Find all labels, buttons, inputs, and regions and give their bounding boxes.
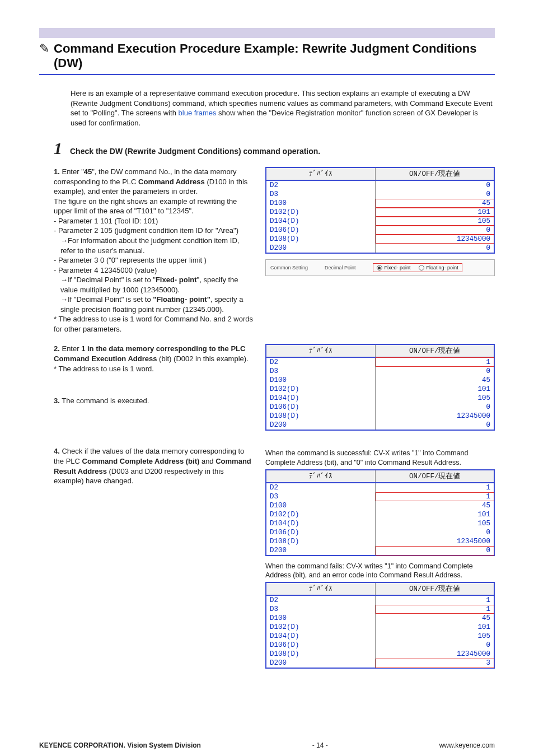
- cell: D104(D): [266, 632, 376, 641]
- s1-p4: - Parameter 4 12345000 (value): [54, 265, 255, 276]
- table-row: D31: [266, 605, 494, 614]
- caption-fail: When the command fails: CV-X writes "1" …: [265, 562, 495, 580]
- cell: D108(D): [266, 537, 376, 546]
- cell: 101: [376, 385, 494, 394]
- substep-4: 4. Check if the values of the data memor…: [54, 446, 495, 674]
- cell: D2: [266, 595, 376, 605]
- table-row: D104(D)105: [266, 632, 494, 641]
- substep-2-3-text: 2. Enter 1 in the data memory correspond…: [54, 344, 255, 436]
- s1-p4b: →If "Decimal Point" is set to "Floating-…: [54, 295, 255, 314]
- cell: D102(D): [266, 510, 376, 519]
- substep-1-text: 1. Enter "45", the DW command No., in th…: [54, 167, 255, 334]
- cell: 1: [376, 605, 494, 614]
- footer-right: www.keyence.com: [439, 741, 495, 749]
- s4-lead: 4.: [54, 447, 60, 455]
- s2-pre: Enter: [60, 344, 81, 353]
- cell: D100: [266, 376, 376, 385]
- s3-t: The command is executed.: [60, 396, 149, 405]
- cell: D106(D): [266, 226, 376, 235]
- th-value: ON/OFF/現在値: [376, 167, 494, 180]
- cell: 105: [376, 519, 494, 528]
- cell: D200: [266, 659, 376, 668]
- cell: 0: [376, 528, 494, 537]
- radio-icon: [377, 265, 382, 270]
- cell: 1: [376, 483, 494, 492]
- s1-p4a-pre: →If "Decimal Point" is set to ": [60, 276, 156, 284]
- s3: 3. The command is executed.: [54, 396, 255, 406]
- substep-1: 1. Enter "45", the DW command No., in th…: [54, 167, 495, 334]
- table-row: D10045: [266, 376, 494, 385]
- substep-4-figure: When the command is successful: CV-X wri…: [265, 446, 495, 674]
- s1-p1: - Parameter 1 101 (Tool ID: 101): [54, 216, 255, 226]
- cell: 0: [376, 180, 494, 190]
- setting-label: Decimal Point: [325, 265, 356, 270]
- cell: 101: [376, 623, 494, 632]
- cell: D3: [266, 367, 376, 376]
- s1-t2: The figure on the right shows an example…: [54, 197, 255, 216]
- footer: KEYENCE CORPORATION. Vision System Divis…: [39, 741, 495, 749]
- table-row: D108(D)12345000: [266, 537, 494, 546]
- cell: D106(D): [266, 403, 376, 412]
- cell: D108(D): [266, 235, 376, 244]
- device-table-3: ﾃﾞﾊﾞｲｽON/OFF/現在値 D21 D31 D10045 D102(D)1…: [265, 469, 495, 556]
- table-row: D102(D)101: [266, 510, 494, 519]
- common-setting-box: Common Setting Decimal Point Fixed- poin…: [265, 259, 495, 276]
- cell: D2: [266, 357, 376, 367]
- th-device: ﾃﾞﾊﾞｲｽ: [266, 167, 376, 180]
- table-row: D102(D)101: [266, 208, 494, 217]
- cell: D3: [266, 605, 376, 614]
- table-row: D10045: [266, 199, 494, 208]
- cell: D2: [266, 180, 376, 190]
- cell: 1: [376, 492, 494, 501]
- s4: 4. Check if the values of the data memor…: [54, 446, 255, 486]
- top-accent-bar: [39, 28, 495, 38]
- cell: D102(D): [266, 385, 376, 394]
- table-row: D10045: [266, 501, 494, 510]
- step-title: Check the DW (Rewrite Judgment Condition…: [70, 147, 320, 156]
- cell: 45: [376, 376, 494, 385]
- cell: 45: [376, 614, 494, 623]
- s1-p2: - Parameter 2 105 (judgment condition it…: [54, 226, 255, 236]
- table-row: D2000: [266, 244, 494, 253]
- table-row: D2000: [266, 546, 494, 556]
- s3-lead: 3.: [54, 396, 60, 405]
- th-device: ﾃﾞﾊﾞｲｽ: [266, 582, 376, 595]
- table-row: D21: [266, 357, 494, 367]
- table-row: D2000: [266, 421, 494, 430]
- radio-floating-point[interactable]: Floating- point: [419, 265, 458, 270]
- table-row: D31: [266, 492, 494, 501]
- th-device: ﾃﾞﾊﾞｲｽ: [266, 470, 376, 483]
- th-value: ON/OFF/現在値: [376, 582, 494, 595]
- table-row: D108(D)12345000: [266, 235, 494, 244]
- s1-t1d: Command Address: [138, 178, 205, 186]
- opt-label: Floating- point: [427, 265, 458, 270]
- table-row: D102(D)101: [266, 385, 494, 394]
- table-row: D108(D)12345000: [266, 650, 494, 659]
- cell: D100: [266, 199, 376, 208]
- cell: D108(D): [266, 412, 376, 421]
- table-row: D2003: [266, 659, 494, 668]
- page: ✎ Command Execution Procedure Example: R…: [0, 28, 534, 756]
- cell: 0: [376, 226, 494, 235]
- cell: D100: [266, 614, 376, 623]
- intro: Here is an example of a representative c…: [71, 88, 495, 128]
- s1-p4b-b: "Floating- point": [153, 295, 210, 304]
- table-row: D21: [266, 483, 494, 492]
- cell: 101: [376, 510, 494, 519]
- cell: 0: [376, 403, 494, 412]
- cell: 0: [376, 546, 494, 556]
- cell: 12345000: [376, 537, 494, 546]
- step-head: 1 Check the DW (Rewrite Judgment Conditi…: [54, 140, 495, 157]
- cell: D2: [266, 483, 376, 492]
- cell: 45: [376, 199, 494, 208]
- cell: 105: [376, 394, 494, 403]
- cell: D104(D): [266, 394, 376, 403]
- s1-p4b-pre: →If "Decimal Point" is set to: [60, 295, 153, 304]
- table-row: D106(D)0: [266, 403, 494, 412]
- s1-t1b: 45: [84, 167, 92, 176]
- radio-fixed-point[interactable]: Fixed- point: [377, 265, 411, 270]
- pencil-icon: ✎: [39, 41, 49, 56]
- table-row: D104(D)105: [266, 394, 494, 403]
- th-value: ON/OFF/現在値: [376, 470, 494, 483]
- footer-center: - 14 -: [312, 741, 328, 749]
